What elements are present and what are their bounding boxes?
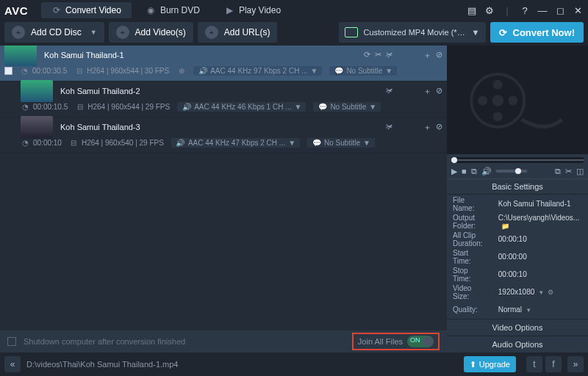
add-icon[interactable]: ＋ — [423, 122, 431, 133]
thumbnail — [21, 80, 53, 102]
file-row[interactable]: Koh Samui Thailand-1 ⟳ ✂ ✂̷ ＋ ⊘ ◔00:00:3… — [0, 46, 447, 82]
status-path: D:\videos\Thai\Koh Samui Thailand-1.mp4 — [26, 360, 178, 369]
tab-burn-dvd[interactable]: ◉ Burn DVD — [136, 2, 210, 18]
refresh-icon: ⟳ — [51, 5, 61, 15]
target-icon[interactable]: ⊕ — [176, 67, 186, 75]
file-list: Koh Samui Thailand-1 ⟳ ✂ ✂̷ ＋ ⊘ ◔00:00:3… — [0, 46, 447, 330]
subtitle-label: No Subtitle — [346, 67, 382, 75]
chevron-down-icon: ▼ — [472, 28, 480, 37]
add-icon[interactable]: ＋ — [423, 50, 431, 61]
subtitle-select[interactable]: 💬No Subtitle▼ — [313, 102, 381, 112]
setting-label: All Clip Duration: — [448, 231, 492, 247]
film-icon: ⊟ — [74, 67, 84, 75]
checkbox[interactable] — [4, 67, 12, 75]
volume-slider[interactable] — [496, 170, 527, 173]
duration: 00:00:30.5 — [32, 67, 67, 75]
setting-value[interactable]: C:\Users\yangh\Videos... 📁 — [494, 214, 587, 230]
setting-label: Output Folder: — [448, 214, 492, 230]
file-name: Koh Samui Thailand-1 — [44, 51, 124, 59]
setting-value[interactable]: 1920x1080 ▾ ⚙ — [494, 284, 587, 300]
preview-pane — [447, 46, 588, 154]
facebook-icon[interactable]: f — [545, 356, 562, 372]
setting-value[interactable]: Normal ▾ — [494, 302, 587, 317]
audio-track-select[interactable]: 🔊AAC 44 KHz 47 Kbps 2 CH ...▼ — [171, 138, 300, 148]
tab-convert-video[interactable]: ⟳ Convert Video — [41, 2, 132, 18]
subtitle-label: No Subtitle — [330, 103, 366, 111]
add-urls-button[interactable]: + Add URL(s) — [198, 22, 278, 43]
setting-value[interactable]: Koh Samui Thailand-1 — [494, 196, 587, 212]
scissors-icon[interactable]: ✂ — [565, 167, 572, 176]
speaker-icon: 🔊 — [198, 67, 207, 75]
subtitle-icon: 💬 — [318, 103, 327, 111]
thumbnail — [21, 116, 53, 138]
speaker-icon[interactable]: 🔊 — [481, 167, 492, 176]
add-icon[interactable]: ＋ — [423, 86, 431, 97]
audio-track-select[interactable]: 🔊AAC 44 KHz 46 Kbps 1 CH ...▼ — [177, 102, 306, 112]
stop-icon[interactable]: ■ — [462, 167, 467, 176]
crop-icon[interactable]: ◫ — [576, 167, 584, 176]
remove-icon[interactable]: ⊘ — [436, 50, 442, 61]
thumbnail — [4, 46, 37, 66]
up-arrow-icon: ⬆ — [470, 360, 476, 369]
subtitle-select[interactable]: 💬No Subtitle▼ — [307, 138, 375, 148]
gear-icon[interactable]: ⚙ — [484, 5, 495, 16]
crop-icon[interactable]: ✂̷ — [386, 50, 392, 61]
tab-label: Burn DVD — [160, 5, 200, 15]
chevron-down-icon[interactable]: ▾ — [534, 289, 545, 296]
svg-point-1 — [492, 95, 503, 106]
audio-options-row[interactable]: Audio Options — [447, 336, 588, 352]
setting-value[interactable]: 00:00:00 — [494, 249, 587, 265]
next-button[interactable]: » — [567, 356, 584, 372]
remove-icon[interactable]: ⊘ — [436, 122, 442, 133]
prev-button[interactable]: « — [4, 356, 21, 372]
audio-track-select[interactable]: 🔊AAC 44 KHz 97 Kbps 2 CH ...▼ — [193, 66, 322, 76]
setting-label: Quality: — [448, 302, 492, 317]
output-profile-select[interactable]: Customized MP4 Movie (*.mp4) ▼ — [339, 22, 486, 43]
video-options-row[interactable]: Video Options — [447, 319, 588, 336]
close-icon[interactable]: ✕ — [572, 5, 584, 16]
upgrade-button[interactable]: ⬆Upgrade — [464, 356, 516, 372]
subtitle-select[interactable]: 💬No Subtitle▼ — [329, 66, 397, 76]
clock-icon: ◔ — [21, 139, 30, 147]
audio-label: AAC 44 KHz 46 Kbps 1 CH ... — [194, 103, 291, 111]
film-icon — [345, 27, 358, 37]
basic-settings-header: Basic Settings — [447, 178, 588, 195]
svg-point-5 — [508, 96, 517, 106]
refresh-icon[interactable]: ⟳ — [364, 50, 370, 61]
file-row[interactable]: Koh Samui Thailand-3 ✂̷ ＋ ⊘ ◔00:00:10 ⊟H… — [0, 118, 447, 153]
twitter-icon[interactable]: t — [526, 356, 542, 372]
speaker-icon: 🔊 — [182, 103, 191, 111]
film-icon: ⊟ — [69, 139, 79, 147]
crop-icon[interactable]: ✂̷ — [386, 122, 392, 133]
shutdown-checkbox[interactable] — [7, 337, 16, 346]
remove-icon[interactable]: ⊘ — [436, 86, 442, 97]
setting-label: File Name: — [448, 196, 492, 212]
crop-icon[interactable]: ✂̷ — [386, 86, 392, 97]
add-cd-disc-button[interactable]: + Add CD Disc ▼ — [4, 22, 104, 43]
audio-label: AAC 44 KHz 97 Kbps 2 CH ... — [210, 67, 307, 75]
join-all-files-toggle[interactable]: ON — [407, 336, 434, 347]
subtitle-label: No Subtitle — [324, 139, 360, 147]
chevron-down-icon[interactable]: ▾ — [522, 306, 531, 314]
help-icon[interactable]: ? — [519, 5, 531, 16]
svg-point-4 — [478, 96, 487, 106]
detach-icon[interactable]: ⧉ — [555, 167, 561, 176]
preview-seekbar[interactable] — [451, 157, 584, 163]
tab-label: Play Video — [239, 5, 281, 15]
setting-value[interactable]: 00:00:10 — [494, 267, 587, 283]
file-row[interactable]: Koh Samui Thailand-2 ✂̷ ＋ ⊘ ◔00:00:10.5 … — [0, 82, 447, 118]
menu-icon[interactable]: ▤ — [466, 5, 478, 16]
tab-play-video[interactable]: ▶ Play Video — [215, 2, 291, 18]
play-icon[interactable]: ▶ — [451, 167, 457, 176]
minimize-icon[interactable]: — — [537, 5, 548, 16]
setting-label: Stop Time: — [448, 267, 492, 283]
button-label: Convert Now! — [513, 27, 576, 38]
snapshot-icon[interactable]: ⧉ — [471, 167, 477, 176]
maximize-icon[interactable]: ◻ — [554, 5, 566, 16]
gear-icon[interactable]: ⚙ — [545, 289, 553, 296]
add-videos-button[interactable]: + Add Video(s) — [109, 22, 193, 43]
divider: | — [501, 5, 513, 16]
folder-icon[interactable]: 📁 — [498, 223, 509, 230]
convert-now-button[interactable]: ⟳ Convert Now! — [490, 22, 584, 43]
scissors-icon[interactable]: ✂ — [375, 50, 381, 61]
